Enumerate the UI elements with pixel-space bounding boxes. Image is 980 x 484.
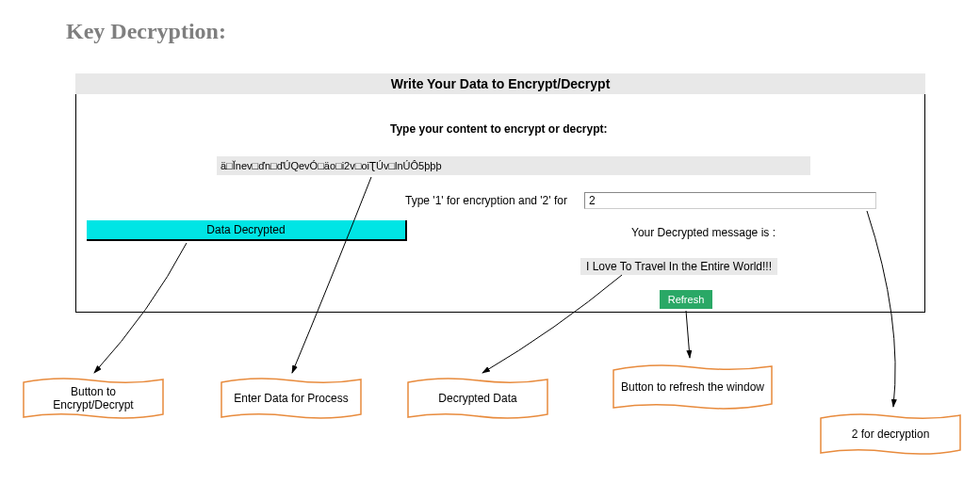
callout-text: Button to refresh the window [621,380,764,394]
callout-text: Decrypted Data [438,392,516,405]
callout-text: Enter Data for Process [234,392,348,405]
mode-input[interactable] [584,192,876,209]
callout-decrypted-data: Decrypted Data [407,375,548,422]
callout-encrypt-button: Button to Encrypt/Decrypt [23,375,164,422]
decrypt-button[interactable]: Data Decrypted [87,220,407,241]
mode-label: Type '1' for encryption and '2' for [405,194,567,207]
refresh-button[interactable]: Refresh [660,290,712,309]
banner-title: Write Your Data to Encrypt/Decrypt [75,73,925,94]
callout-text: 2 for decryption [852,428,930,441]
callout-decryption-mode: 2 for decryption [820,411,961,458]
callout-text: Button to Encrypt/Decrypt [30,385,156,411]
callout-enter-data: Enter Data for Process [220,375,362,422]
data-input[interactable] [217,156,810,175]
result-label: Your Decrypted message is : [631,226,776,239]
prompt-label: Type your content to encrypt or decrypt: [390,122,607,136]
callout-refresh-button: Button to refresh the window [612,362,773,412]
result-output: I Love To Travel In the Entire World!!! [580,258,777,275]
page-title: Key Decryption: [66,19,226,44]
